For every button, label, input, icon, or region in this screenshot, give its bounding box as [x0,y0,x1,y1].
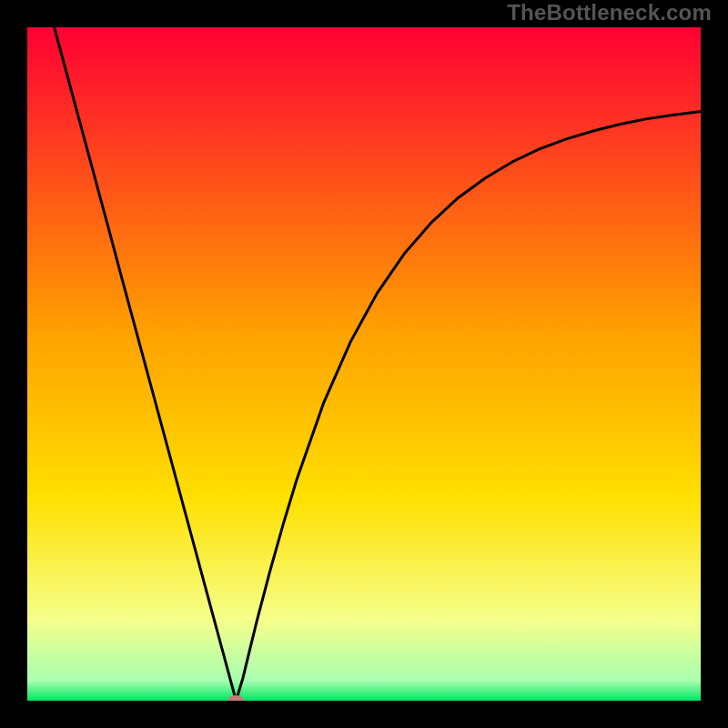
plot-area [27,27,701,701]
chart-svg [27,27,701,701]
watermark-label: TheBottleneck.com [507,0,712,25]
